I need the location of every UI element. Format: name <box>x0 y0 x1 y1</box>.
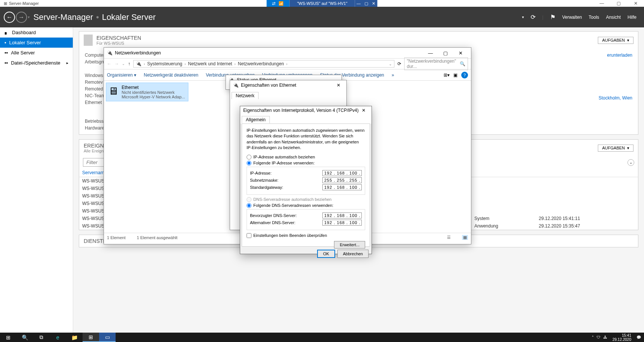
radio-auto-ip[interactable]: IP-Adresse automatisch beziehen <box>247 155 365 160</box>
ie-button[interactable]: e <box>50 333 66 342</box>
taskbar: ⊞ 🔍 ⧉ e 📁 ⊞ ▭ ˄ 🛡 🖧 15:41 29.12.2020 💬 <box>0 333 644 342</box>
nc-forward-button[interactable]: → <box>114 61 119 66</box>
radio-auto-dns: DNS-Serveradresse automatisch beziehen <box>247 197 365 202</box>
nc-title: Netzwerkverbindungen <box>115 50 161 56</box>
radio-use-dns[interactable]: Folgende DNS-Serveradressen verwenden: <box>247 203 365 208</box>
navigation-sidebar: Dashboard ▪Lokaler Server ▪▪Alle Server … <box>0 27 73 333</box>
input-ip-address[interactable] <box>322 170 362 176</box>
server-manager-task[interactable]: ⊞ <box>83 333 99 342</box>
input-alternate-dns[interactable] <box>322 220 362 226</box>
nc-minimize-button[interactable]: — <box>423 50 438 56</box>
tray-network-icon[interactable]: 🖧 <box>603 335 607 339</box>
details-view-icon[interactable]: ☰ <box>447 235 451 240</box>
explorer-button[interactable]: 📁 <box>66 333 83 342</box>
download-link[interactable]: erunterladen <box>607 53 632 58</box>
menu-view[interactable]: Ansicht <box>606 15 621 20</box>
radio-use-ip[interactable]: Folgende IP-Adresse verwenden: <box>247 161 365 166</box>
button-cancel[interactable]: Abbrechen <box>337 250 369 258</box>
input-gateway[interactable] <box>322 184 362 190</box>
checkbox-validate-settings[interactable]: Einstellungen beim Beenden überprüfen <box>247 233 365 238</box>
start-button[interactable]: ⊞ <box>0 333 17 342</box>
ethernet-adapter-icon <box>108 85 119 99</box>
vm-minimize-button[interactable]: — <box>355 0 363 7</box>
app-titlebar: ⊞ Server-Manager <box>0 0 39 7</box>
prop-windows-label: Windows <box>85 73 106 78</box>
events-expand-button[interactable]: ⌄ <box>627 159 634 166</box>
flag-icon[interactable]: ⚑ <box>550 14 555 21</box>
vm-connection-task[interactable]: ▭ <box>99 333 116 342</box>
menu-manage[interactable]: Verwalten <box>562 15 582 20</box>
breadcrumb-separator-icon: • <box>96 12 99 22</box>
ethernet-tab-network[interactable]: Netzwerk <box>232 92 259 99</box>
toolbar-overflow[interactable]: » <box>391 72 394 78</box>
nc-search-input[interactable]: "Netzwerkverbindungen" dur... 🔍 <box>404 57 468 70</box>
ipv4-tab-general[interactable]: Allgemein <box>242 116 270 124</box>
events-tasks-dropdown[interactable]: AUFGABEN▾ <box>598 145 633 152</box>
menu-help[interactable]: Hilfe <box>627 15 636 20</box>
prop-computername-label: Computer <box>85 53 106 58</box>
toolbar-organize[interactable]: Organisieren ▾ <box>107 72 136 78</box>
view-options-icon[interactable]: ⊞▾ <box>444 72 450 78</box>
path-network-internet[interactable]: Netzwerk und Internet <box>188 61 232 66</box>
nav-dropdown[interactable]: ▾ <box>28 15 30 19</box>
host-maximize-button[interactable]: ▢ <box>610 0 627 7</box>
task-view-button[interactable]: ⧉ <box>33 333 50 342</box>
path-network-connections[interactable]: Netzwerkverbindungen <box>238 61 284 66</box>
prop-ethernet-label: Ethernet <box>85 100 106 105</box>
server-manager-header: ← → ▾ Server-Manager • Lokaler Server ▾ … <box>0 7 644 27</box>
nc-maximize-button[interactable]: ▢ <box>438 50 453 56</box>
ipv4-close-button[interactable]: ✕ <box>359 108 369 113</box>
nav-local-server[interactable]: ▪Lokaler Server <box>0 38 73 48</box>
preview-pane-icon[interactable]: ▣ <box>453 72 457 78</box>
breadcrumb-root[interactable]: Server-Manager <box>33 12 93 22</box>
address-bar[interactable]: › Systemsteuerung › Netzwerk und Interne… <box>133 60 394 68</box>
button-ok[interactable]: OK <box>317 250 335 258</box>
help-icon[interactable]: ? <box>461 72 468 78</box>
toolbar-disable-device[interactable]: Netzwerkgerät deaktivieren <box>144 72 198 78</box>
ipv4-description: IP-Einstellungen können automatisch zuge… <box>247 128 365 151</box>
nav-storage-services[interactable]: ▪▪Datei-/Speicherdienste▸ <box>0 58 73 68</box>
tray-chevron-icon[interactable]: ˄ <box>592 335 594 339</box>
properties-tasks-dropdown[interactable]: AUFGABEN▾ <box>598 37 633 44</box>
timezone-link[interactable]: Stockholm, Wien <box>599 95 632 101</box>
host-close-button[interactable]: ✕ <box>627 0 644 7</box>
input-subnet-mask[interactable] <box>322 177 362 183</box>
ethernet-close-button[interactable]: ✕ <box>334 83 343 88</box>
header-dropdown[interactable]: ▾ <box>522 15 524 19</box>
server-manager-icon: ⊞ <box>4 1 7 6</box>
icons-view-icon[interactable]: ▦ <box>462 235 468 240</box>
connection-name: Ethernet <box>122 85 185 90</box>
taskbar-clock[interactable]: 15:41 29.12.2020 <box>610 333 633 342</box>
menu-tools[interactable]: Tools <box>589 15 599 20</box>
path-control-panel[interactable]: Systemsteuerung <box>147 61 182 66</box>
vm-window-controls: — ▢ ✕ <box>355 0 378 7</box>
nav-forward-button[interactable]: → <box>16 12 27 23</box>
refresh-icon[interactable]: ⟳ <box>531 14 536 21</box>
nc-up-button[interactable]: ↑ <box>128 61 130 66</box>
nc-back-button[interactable]: ← <box>107 61 111 66</box>
input-preferred-dns[interactable] <box>322 212 362 218</box>
vm-restore-button[interactable]: ▢ <box>363 0 370 7</box>
tray-security-icon[interactable]: 🛡 <box>597 335 600 339</box>
search-button[interactable]: 🔍 <box>17 333 33 342</box>
nav-dashboard[interactable]: Dashboard <box>0 27 73 38</box>
network-icon <box>107 50 113 56</box>
nav-all-servers[interactable]: ▪▪Alle Server <box>0 48 73 58</box>
vm-close-button[interactable]: ✕ <box>370 0 378 7</box>
ethernet-connection-item[interactable]: Ethernet Nicht identifiziertes Netzwerk … <box>106 83 188 101</box>
ipv4-properties-dialog: Eigenschaften von Internetprotokoll, Ver… <box>240 106 372 254</box>
breadcrumb: Server-Manager • Lokaler Server <box>33 12 156 22</box>
connection-status: Nicht identifiziertes Netzwerk <box>122 90 185 95</box>
label-gateway: Standardgateway: <box>250 185 283 190</box>
host-minimize-button[interactable]: — <box>593 0 610 7</box>
selection-count: 1 Element ausgewählt <box>137 235 178 240</box>
nc-history-dropdown[interactable]: ⌄ <box>122 62 125 66</box>
nav-back-button[interactable]: ← <box>4 12 15 23</box>
nc-refresh-button[interactable]: ⟳ <box>397 61 401 66</box>
breadcrumb-current: Lokaler Server <box>102 12 156 22</box>
label-preferred-dns: Bevorzugter DNS-Server: <box>250 213 297 218</box>
nc-close-button[interactable]: ✕ <box>453 50 468 56</box>
label-ip-address: IP-Adresse: <box>250 171 271 175</box>
tray-notifications-icon[interactable]: 💬 <box>636 335 641 339</box>
button-advanced[interactable]: Erweitert... <box>334 241 365 249</box>
